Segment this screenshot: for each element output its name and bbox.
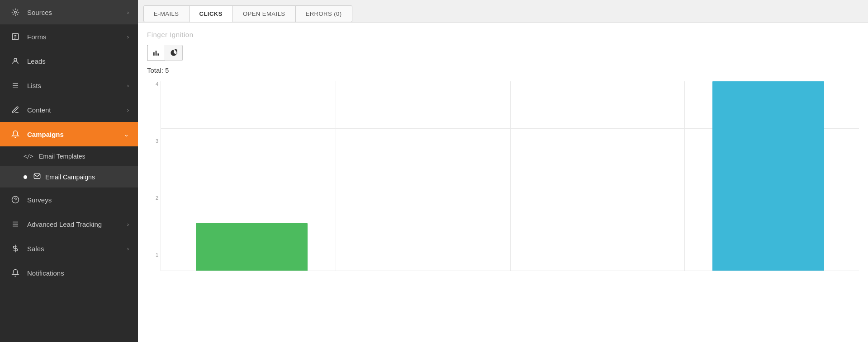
forms-chevron: › xyxy=(127,33,129,40)
bar-col-2 xyxy=(338,81,510,271)
tab-emails[interactable]: E-MAILS xyxy=(143,5,190,22)
svg-rect-13 xyxy=(156,51,157,56)
email-templates-icon: </> xyxy=(24,153,33,159)
sidebar-item-leads[interactable]: Leads xyxy=(0,49,138,73)
content-label: Content xyxy=(27,106,127,114)
email-campaigns-icon xyxy=(33,173,41,181)
tab-errors[interactable]: ERRORS (0) xyxy=(295,5,352,22)
campaigns-chevron: ⌄ xyxy=(124,131,129,138)
bar-col-3 xyxy=(510,81,683,271)
lists-icon xyxy=(9,81,22,89)
y-label-3: 3 xyxy=(147,138,158,144)
bar-chart-toggle[interactable] xyxy=(147,45,165,61)
sidebar-sub-email-templates[interactable]: </> Email Templates xyxy=(0,146,138,166)
chart-toggle-buttons xyxy=(147,45,859,61)
sales-icon xyxy=(9,244,22,253)
bar-col-4 xyxy=(682,81,854,271)
leads-label: Leads xyxy=(27,57,129,65)
sources-label: Sources xyxy=(27,9,127,16)
chart-total: Total: 5 xyxy=(147,66,859,74)
lists-label: Lists xyxy=(27,82,127,89)
sidebar-sub-email-campaigns[interactable]: Email Campaigns xyxy=(0,166,138,187)
surveys-icon xyxy=(9,196,22,204)
pie-chart-toggle[interactable] xyxy=(165,45,183,61)
email-campaigns-dot xyxy=(24,175,27,179)
sidebar-item-advanced-lead-tracking[interactable]: Advanced Lead Tracking › xyxy=(0,212,138,236)
email-templates-label: Email Templates xyxy=(39,153,85,160)
notifications-label: Notifications xyxy=(27,269,129,277)
svg-rect-14 xyxy=(157,53,159,56)
sales-label: Sales xyxy=(27,245,127,253)
bars-wrapper xyxy=(161,81,859,271)
content-chevron: › xyxy=(127,107,129,113)
bar-4 xyxy=(712,81,824,271)
surveys-label: Surveys xyxy=(27,196,129,204)
sidebar-item-sources[interactable]: Sources › xyxy=(0,0,138,24)
email-campaigns-label: Email Campaigns xyxy=(45,173,95,181)
content-icon xyxy=(9,106,22,114)
forms-label: Forms xyxy=(27,33,127,41)
sidebar-item-sales[interactable]: Sales › xyxy=(0,236,138,261)
campaigns-label: Campaigns xyxy=(27,131,124,138)
sales-chevron: › xyxy=(127,245,129,252)
advanced-lead-tracking-label: Advanced Lead Tracking xyxy=(27,220,127,228)
main-content: E-MAILS CLICKS OPEN EMAILS ERRORS (0) Fi… xyxy=(138,0,868,342)
sidebar-item-notifications[interactable]: Notifications xyxy=(0,261,138,285)
sources-chevron: › xyxy=(127,9,129,16)
y-label-4: 4 xyxy=(147,81,158,87)
svg-point-0 xyxy=(14,11,17,14)
forms-icon xyxy=(9,33,22,41)
advanced-lead-tracking-chevron: › xyxy=(127,221,129,228)
campaigns-icon xyxy=(9,130,22,138)
svg-rect-12 xyxy=(153,52,155,56)
chart-container: Finger Ignition Total: 5 1 2 3 4 xyxy=(138,23,868,342)
tabs-bar: E-MAILS CLICKS OPEN EMAILS ERRORS (0) xyxy=(138,0,868,23)
bar-col-1 xyxy=(166,81,338,271)
lists-chevron: › xyxy=(127,82,129,89)
sidebar-item-lists[interactable]: Lists › xyxy=(0,73,138,98)
svg-point-2 xyxy=(14,58,17,61)
bar-chart-inner xyxy=(161,81,859,271)
sidebar-item-campaigns[interactable]: Campaigns ⌄ xyxy=(0,122,138,146)
tab-open-emails[interactable]: OPEN EMAILS xyxy=(232,5,296,22)
sidebar-item-surveys[interactable]: Surveys xyxy=(0,187,138,212)
sidebar-item-forms[interactable]: Forms › xyxy=(0,24,138,49)
y-label-2: 2 xyxy=(147,195,158,201)
tab-clicks[interactable]: CLICKS xyxy=(189,5,233,22)
bar-chart: 1 2 3 4 xyxy=(161,81,859,271)
notifications-icon xyxy=(9,269,22,277)
sidebar: Sources › Forms › Leads Lists › Content … xyxy=(0,0,138,342)
y-label-1: 1 xyxy=(147,252,158,258)
sources-icon xyxy=(9,8,22,16)
leads-icon xyxy=(9,57,22,65)
advanced-lead-tracking-icon xyxy=(9,220,22,228)
grid-area xyxy=(161,81,859,271)
sidebar-item-content[interactable]: Content › xyxy=(0,98,138,122)
y-axis: 1 2 3 4 xyxy=(147,81,158,258)
bar-1 xyxy=(196,223,308,271)
chart-title: Finger Ignition xyxy=(147,31,859,38)
